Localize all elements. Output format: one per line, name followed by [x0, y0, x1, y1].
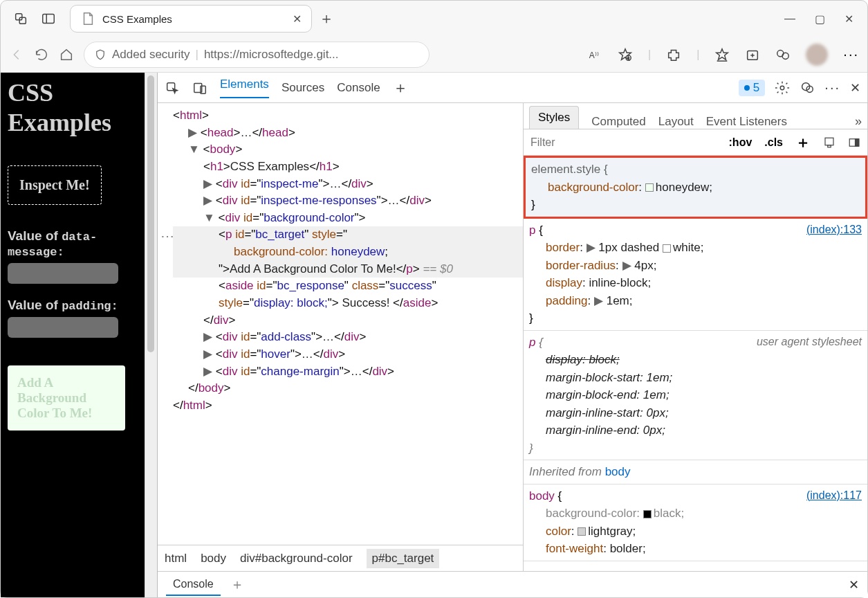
- page-content: CSS Examples Inspect Me! Value of data-m…: [1, 73, 145, 597]
- breadcrumb[interactable]: html body div#background-color p#bc_targ…: [158, 545, 523, 571]
- svg-point-17: [781, 86, 785, 90]
- svg-rect-0: [16, 14, 22, 20]
- computed-styles-icon[interactable]: [823, 136, 835, 149]
- p-rule[interactable]: (index):133 p { border: ▶ 1px dashed whi…: [524, 219, 867, 331]
- styles-tabs: Styles Computed Layout Event Listeners »: [524, 103, 867, 129]
- styles-panel: Styles Computed Layout Event Listeners »…: [523, 103, 867, 571]
- drawer-add-icon[interactable]: ＋: [230, 575, 244, 594]
- minimize-icon[interactable]: —: [784, 12, 795, 26]
- svg-rect-21: [828, 145, 831, 147]
- favorites-icon[interactable]: [714, 47, 730, 62]
- source-link[interactable]: (index):133: [806, 221, 862, 238]
- data-message-input[interactable]: [8, 263, 118, 284]
- data-message-label: Value of data-message:: [8, 228, 138, 259]
- svg-rect-2: [43, 15, 55, 24]
- tab-elements[interactable]: Elements: [220, 78, 269, 98]
- devtools-toolbar: Elements Sources Console ＋ 5 ··· ✕: [158, 73, 867, 103]
- new-style-icon[interactable]: ＋: [795, 132, 811, 153]
- collections-icon[interactable]: [745, 47, 760, 62]
- more-icon[interactable]: ···: [843, 46, 859, 62]
- body-rule[interactable]: (index):117 body { background-color: bla…: [524, 484, 867, 561]
- tab-sources[interactable]: Sources: [281, 81, 324, 95]
- settings-icon[interactable]: [775, 80, 790, 96]
- tab-event-listeners[interactable]: Event Listeners: [706, 115, 787, 129]
- devtools-panel: Elements Sources Console ＋ 5 ··· ✕ <html…: [157, 73, 867, 597]
- new-tab-button[interactable]: ＋: [319, 8, 334, 29]
- svg-rect-20: [825, 138, 833, 145]
- padding-label: Value of padding:: [8, 298, 138, 313]
- inspect-me-box[interactable]: Inspect Me!: [8, 165, 102, 205]
- maximize-icon[interactable]: ▢: [815, 12, 825, 26]
- ua-rule[interactable]: user agent stylesheet p { display: block…: [524, 331, 867, 461]
- address-bar[interactable]: Added security | https://microsoftedge.g…: [84, 42, 430, 68]
- element-style-rule[interactable]: element.style { background-color: honeyd…: [524, 156, 867, 219]
- svg-text:A⁾⁾: A⁾⁾: [589, 50, 599, 60]
- favorite-icon[interactable]: [618, 47, 633, 62]
- drawer-close-icon[interactable]: ✕: [849, 577, 859, 592]
- home-icon[interactable]: [59, 47, 74, 62]
- tab-close-icon[interactable]: ✕: [293, 12, 302, 26]
- more-tabs-icon[interactable]: ＋: [393, 78, 408, 98]
- close-window-icon[interactable]: ✕: [844, 12, 853, 26]
- styles-filter-input[interactable]: [524, 129, 676, 155]
- back-icon[interactable]: [9, 47, 24, 62]
- devtools-more-icon[interactable]: ···: [824, 80, 840, 96]
- feedback-icon[interactable]: [800, 80, 815, 96]
- inherited-from: Inherited from body: [524, 460, 867, 484]
- svg-rect-23: [856, 138, 859, 146]
- honeydew-box[interactable]: Add A Background Color To Me!: [8, 365, 125, 431]
- tab-computed[interactable]: Computed: [591, 115, 645, 129]
- extensions-icon[interactable]: [666, 47, 681, 62]
- workspaces-icon[interactable]: [13, 11, 28, 26]
- security-label: Added security: [112, 48, 190, 62]
- page-scrollbar[interactable]: [145, 73, 157, 597]
- tab-title: CSS Examples: [102, 13, 286, 25]
- tab-actions-icon[interactable]: [41, 11, 56, 26]
- browser-toolbar: Added security | https://microsoftedge.g…: [1, 37, 867, 73]
- shield-icon: [94, 48, 107, 61]
- drawer-console-tab[interactable]: Console: [166, 574, 221, 596]
- title-bar: CSS Examples ✕ ＋ — ▢ ✕: [1, 1, 867, 37]
- hov-button[interactable]: :hov: [729, 136, 752, 149]
- chat-icon[interactable]: [775, 47, 791, 62]
- cls-button[interactable]: .cls: [764, 136, 783, 149]
- toggle-panel-icon[interactable]: [848, 136, 860, 149]
- devtools-close-icon[interactable]: ✕: [850, 80, 860, 96]
- inspect-icon[interactable]: [165, 80, 180, 96]
- browser-tab[interactable]: CSS Examples ✕: [70, 5, 312, 33]
- tab-styles[interactable]: Styles: [529, 106, 579, 129]
- page-heading: CSS Examples: [8, 78, 138, 138]
- svg-point-13: [782, 53, 788, 59]
- svg-rect-1: [19, 17, 26, 24]
- source-link[interactable]: (index):117: [806, 487, 862, 504]
- dom-tree[interactable]: <html> ▶ <head>…</head> ▼ <body> <h1>CSS…: [158, 103, 523, 545]
- tab-console[interactable]: Console: [337, 81, 380, 95]
- devtools-drawer: Console ＋ ✕: [158, 571, 867, 597]
- styles-filter-bar: :hov .cls ＋: [524, 129, 867, 156]
- elements-panel: <html> ▶ <head>…</head> ▼ <body> <h1>CSS…: [158, 103, 523, 571]
- page-icon: [80, 11, 95, 26]
- tab-layout[interactable]: Layout: [658, 115, 694, 129]
- device-icon[interactable]: [192, 80, 207, 96]
- read-aloud-icon[interactable]: A⁾⁾: [587, 47, 602, 62]
- profile-avatar[interactable]: [806, 44, 828, 66]
- more-tabs-arrow-icon[interactable]: »: [855, 114, 862, 129]
- url-text: https://microsoftedge.git...: [204, 48, 339, 62]
- refresh-icon[interactable]: [34, 47, 49, 62]
- issues-badge[interactable]: 5: [739, 80, 765, 96]
- padding-input[interactable]: [8, 317, 118, 338]
